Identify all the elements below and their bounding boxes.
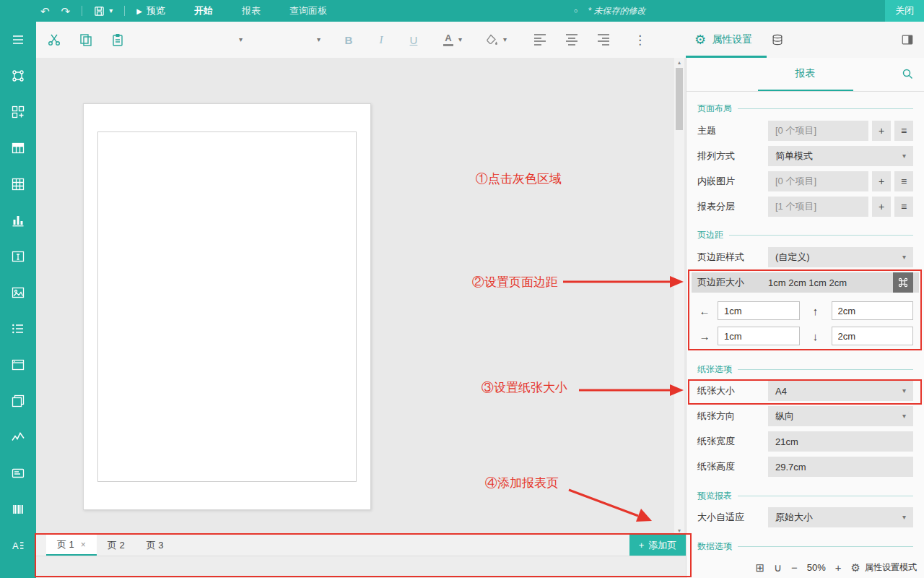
preview-button[interactable]: ▶ 预览 [136,4,165,17]
gear-icon: ⚙ [851,562,860,573]
report-wizard-icon [10,68,26,84]
sidebar-item-image[interactable] [0,275,36,311]
paper-height-field[interactable]: 29.7cm [768,457,913,477]
report-page[interactable] [83,103,371,510]
sidebar-item-container[interactable] [0,347,36,383]
report-layers-row: 报表分层 [1 个项目] + ≡ [697,197,913,217]
tab-report[interactable]: 报表 [242,4,261,17]
sidebar-item-barcode[interactable] [0,491,36,527]
close-tab-icon[interactable]: × [81,540,86,550]
sidebar-item-chart[interactable] [0,202,36,238]
design-canvas[interactable]: ▴ ▾ [36,58,686,535]
size-fit-row: 大小自适应 原始大小 ▾ [697,507,913,527]
paper-width-field[interactable]: 21cm [768,431,913,452]
tab-property-settings[interactable]: ⚙ 属性设置 [694,33,752,46]
chevron-down-icon: ▾ [902,387,906,394]
embedded-images-add-button[interactable]: + [872,171,891,191]
embedded-images-field[interactable]: [0 个项目] [768,171,868,191]
paper-orientation-select[interactable]: 纵向 ▾ [768,406,913,426]
font-color-bar [443,44,453,46]
unsaved-changes-text: * 未保存的修改 [588,5,645,17]
scrollbar-thumb[interactable] [676,68,683,130]
property-settings-label: 属性设置 [712,33,752,46]
font-size-select[interactable]: ▾ [260,30,321,49]
chevron-down-icon: ▾ [902,514,906,521]
bold-button[interactable]: B [341,34,357,46]
sidebar-item-subreport[interactable] [0,383,36,419]
search-button[interactable] [902,68,914,82]
close-button[interactable]: 关闭 [885,0,924,22]
font-family-select[interactable]: ▾ [156,30,243,49]
margin-bottom-input[interactable] [832,327,914,345]
margin-size-label: 页边距大小 [697,276,768,289]
table-icon [10,140,26,156]
page-tab-strip: 页 1 × 页 2 页 3 + 添加页 [36,535,686,578]
chevron-down-icon: ▾ [902,413,906,420]
sidebar-item-formatted-text[interactable]: A [0,527,36,564]
sidebar-item-card[interactable] [0,455,36,491]
report-layers-list-button[interactable]: ≡ [894,197,913,217]
add-page-button[interactable]: + 添加页 [629,535,686,556]
theme-add-button[interactable]: + [872,121,891,141]
redo-icon[interactable]: ↷ [61,6,71,17]
scroll-up-icon[interactable]: ▴ [674,58,684,66]
copy-button[interactable] [77,30,95,49]
sidebar-item-list[interactable] [0,311,36,347]
sidebar-item-report-wizard[interactable] [0,58,36,94]
margin-left-input[interactable] [718,301,800,320]
save-button[interactable]: ▾ [94,6,113,17]
arrange-mode-select[interactable]: 简单模式 ▾ [768,146,913,166]
margin-top-input[interactable] [832,301,914,320]
paper-width-row: 纸张宽度 21cm [697,431,913,452]
report-layers-field[interactable]: [1 个项目] [768,197,868,217]
fill-color-button[interactable]: ▾ [485,33,507,46]
underline-button[interactable]: U [406,34,422,46]
margin-right-input[interactable] [718,327,800,345]
font-color-button[interactable]: A ▾ [443,33,462,46]
fit-page-button[interactable]: ∪ [774,562,782,573]
sidebar-item-textbox[interactable] [0,238,36,275]
tab-start[interactable]: 开始 [194,4,213,17]
report-layers-add-button[interactable]: + [872,197,891,217]
paper-size-value: A4 [775,386,787,397]
collapse-panel-button[interactable] [901,33,914,46]
panel-tab-report[interactable]: 报表 [758,58,853,91]
zoom-out-button[interactable]: − [791,562,798,573]
more-options-button[interactable]: ⋮ [634,33,646,48]
page-tab-3[interactable]: 页 3 [136,535,175,556]
arrow-down-icon: ↓ [806,330,826,342]
margin-size-row[interactable]: 页边距大小 1cm 2cm 1cm 2cm [692,272,919,293]
subreport-icon [10,393,26,409]
page-tab-2[interactable]: 页 2 [97,535,136,556]
italic-button[interactable]: I [373,34,389,46]
paste-button[interactable] [108,30,127,49]
sidebar-item-add-section[interactable] [0,94,36,130]
sidebar-item-menu[interactable] [0,22,36,58]
cut-button[interactable] [45,30,64,49]
theme-list-button[interactable]: ≡ [894,121,913,141]
align-right-button[interactable] [598,33,609,48]
chevron-down-icon[interactable]: ▾ [109,7,113,14]
vertical-scrollbar[interactable]: ▴ ▾ [674,58,684,535]
grid-toggle-button[interactable]: ⊞ [755,562,764,573]
data-source-button[interactable] [771,33,784,46]
zoom-in-button[interactable]: + [835,562,842,573]
sidebar-item-sparkline[interactable] [0,419,36,455]
scroll-down-icon[interactable]: ▾ [674,526,684,535]
align-left-button[interactable] [534,33,546,48]
page-tab-1[interactable]: 页 1 × [46,535,97,556]
paper-size-select[interactable]: A4 ▾ [768,381,913,401]
embedded-images-list-button[interactable]: ≡ [894,171,913,191]
undo-icon[interactable]: ↶ [40,6,50,17]
top-bar: ↶ ↷ ▾ ▶ 预览 开始 报表 查询面板 ○ * 未保存的修改 关闭 [0,0,924,22]
theme-field[interactable]: [0 个项目] [768,121,868,141]
margin-link-button[interactable] [893,272,913,293]
size-fit-select[interactable]: 原始大小 ▾ [768,507,913,527]
align-center-button[interactable] [566,33,578,48]
sidebar-item-matrix[interactable] [0,166,36,202]
mode-switch-button[interactable]: ⚙ 属性设置模式 [851,561,917,574]
tab-query-panel[interactable]: 查询面板 [289,4,327,17]
margin-style-select[interactable]: (自定义) ▾ [768,247,913,267]
copy-icon [79,33,93,47]
sidebar-item-table[interactable] [0,130,36,166]
